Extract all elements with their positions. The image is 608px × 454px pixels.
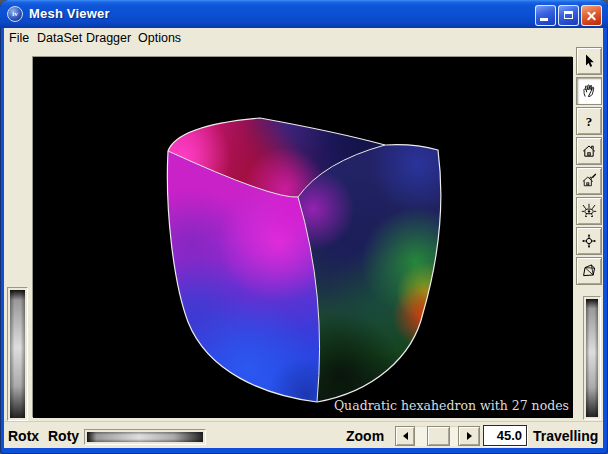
roty-thumbwheel-ridges xyxy=(87,432,203,442)
roty-thumbwheel[interactable] xyxy=(84,429,206,445)
menu-options[interactable]: Options xyxy=(138,31,181,45)
svg-text:?: ? xyxy=(586,114,593,129)
zoom-value-field[interactable] xyxy=(483,425,527,446)
zoom-scrollbar xyxy=(395,426,480,446)
window-controls xyxy=(535,5,602,26)
rotx-label: Rotx xyxy=(8,428,39,444)
minimize-button[interactable] xyxy=(535,5,556,26)
rotx-thumbwheel[interactable] xyxy=(7,287,28,421)
toolbar-button-pan[interactable] xyxy=(576,77,602,105)
menu-dataset[interactable]: DataSet xyxy=(37,31,82,45)
zoom-scroll-thumb[interactable] xyxy=(427,426,450,446)
toolbar-button-perspective[interactable] xyxy=(576,257,602,285)
rotx-thumbwheel-ridges xyxy=(10,290,25,418)
question-mark-icon: ? xyxy=(581,113,597,129)
bottom-bar-separator xyxy=(4,421,603,422)
perspective-view-icon xyxy=(581,263,597,279)
menu-dragger[interactable]: Dragger xyxy=(86,31,131,45)
home-icon xyxy=(581,143,597,159)
hand-icon xyxy=(581,83,597,99)
eye-rays-icon xyxy=(581,203,597,219)
toolbar-button-select[interactable] xyxy=(576,47,602,75)
window-title: Mesh Viewer xyxy=(29,6,110,21)
maximize-icon xyxy=(564,11,573,19)
zoom-scroll-left-button[interactable] xyxy=(395,426,415,446)
app-window: iv Mesh Viewer File DataSet Dragger Opti… xyxy=(0,0,608,454)
set-home-icon xyxy=(581,173,597,189)
dolly-thumbwheel-ridges xyxy=(586,299,598,417)
menu-file[interactable]: File xyxy=(9,31,29,45)
minimize-icon xyxy=(540,18,548,21)
toolbar-button-home[interactable] xyxy=(576,137,602,165)
title-bar: iv Mesh Viewer xyxy=(0,0,608,28)
zoom-scroll-right-button[interactable] xyxy=(458,426,480,446)
select-arrow-icon xyxy=(581,53,597,69)
dolly-thumbwheel[interactable] xyxy=(583,296,601,420)
toolbar-button-set-home[interactable] xyxy=(576,167,602,195)
crosshair-seek-icon xyxy=(581,233,597,249)
toolbar-button-view-all[interactable] xyxy=(576,197,602,225)
zoom-label: Zoom xyxy=(346,428,384,444)
right-arrow-icon xyxy=(467,432,472,440)
roty-label: Roty xyxy=(48,428,79,444)
left-arrow-icon xyxy=(403,432,408,440)
close-button[interactable] xyxy=(581,5,602,26)
toolbar-button-help[interactable]: ? xyxy=(576,107,602,135)
toolbar-button-seek[interactable] xyxy=(576,227,602,255)
app-icon: iv xyxy=(7,6,23,22)
maximize-button[interactable] xyxy=(558,5,579,26)
render-viewport[interactable]: Quadratic hexahedron with 27 nodes xyxy=(33,57,573,418)
mode-label: Travelling xyxy=(533,428,598,444)
mesh-cube xyxy=(33,57,573,418)
viewport-caption: Quadratic hexahedron with 27 nodes xyxy=(334,398,569,413)
